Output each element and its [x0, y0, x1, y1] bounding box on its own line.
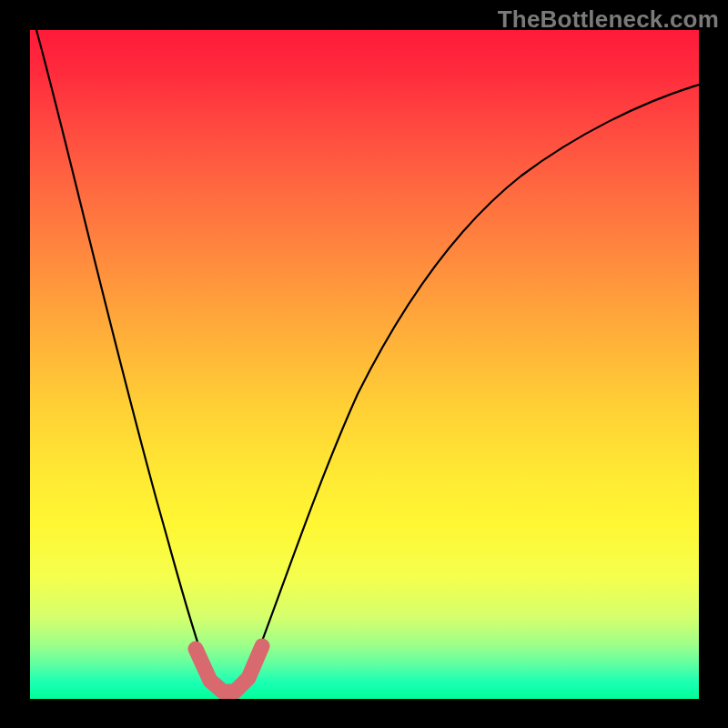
optimal-zone-marker [196, 646, 262, 692]
chart-frame: TheBottleneck.com [0, 0, 728, 728]
curve-path [36, 30, 699, 694]
bottleneck-curve [30, 30, 699, 699]
watermark-text: TheBottleneck.com [498, 5, 719, 34]
plot-area [30, 30, 699, 699]
